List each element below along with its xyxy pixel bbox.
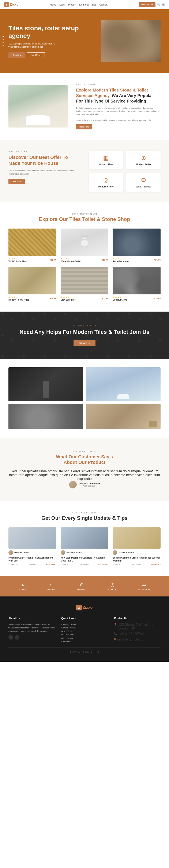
contact-email-text: info@example.com bbox=[117, 638, 146, 641]
blog-card-0[interactable]: David Sh. Warren Practical Guide Testing… bbox=[8, 527, 56, 565]
product-card-0[interactable]: ★★★★★ Wall Colorful Tiles $20.99 bbox=[8, 228, 56, 262]
location-icon: 📍 bbox=[114, 623, 117, 626]
blog-date-0: 27 Feb 2022 bbox=[8, 564, 18, 565]
read-more-button[interactable]: Read More bbox=[27, 52, 45, 58]
footer-quick-links-list: Company History Working Process Why Only… bbox=[61, 623, 108, 643]
blog-post-title-1: How Web Designers Can Help Restaurants M… bbox=[60, 556, 109, 562]
hero-image bbox=[101, 20, 161, 62]
hero-dot-3[interactable] bbox=[3, 42, 4, 43]
search-icon[interactable]: 🔍 bbox=[157, 3, 161, 6]
footer-about-title: About Us bbox=[8, 617, 55, 620]
hero-dot-1[interactable] bbox=[3, 36, 4, 37]
blog-read-0[interactable]: Read More » bbox=[46, 564, 56, 565]
nav-actions: Get A Quote 🔍 ☰ bbox=[139, 2, 165, 7]
hero-content: Tiles stone, toilet setup agency Sed ut … bbox=[8, 24, 101, 58]
blog-card-2[interactable]: David Sh. Warren Solving Common Cross-Pl… bbox=[113, 527, 161, 565]
hero-title: Tiles stone, toilet setup agency bbox=[8, 24, 101, 40]
footer-quick-links-title: Quick Links bbox=[61, 617, 108, 620]
blog-card-1[interactable]: David Sh. Warren How Web Designers Can H… bbox=[60, 527, 109, 565]
blog-comments-1: 1 Comment bbox=[80, 564, 88, 565]
contact-phone-text: +88 0123456789 bbox=[118, 632, 144, 636]
cta-section: Get More Updates Need Any Helps For Mode… bbox=[0, 312, 169, 359]
blog-meta-1: 27 Feb 2022 1 Comment Read More » bbox=[60, 564, 109, 565]
blog-image-0 bbox=[8, 527, 56, 549]
product-card-4[interactable]: ★★★★★ Gray Wall Tiles $33.99 bbox=[60, 267, 109, 301]
author-name: Lester M. Norwood bbox=[79, 482, 100, 485]
twitter-icon[interactable]: t bbox=[15, 635, 19, 640]
product-card-3[interactable]: ★★★★★ Modern Room Toilet $25.99 bbox=[8, 267, 56, 301]
blog-author-1: David Sh. Warren bbox=[67, 552, 82, 554]
product-card-5[interactable]: ★★★★★ Colorful Stone $25.99 bbox=[113, 267, 161, 301]
contact-address: 📍 123 Street, Old Trafford, London UK bbox=[114, 623, 161, 630]
product-card-1[interactable]: ★★★★★ White Modern Toilet $23.99 bbox=[60, 228, 109, 262]
quick-link-5[interactable]: Contact Us bbox=[61, 641, 71, 643]
nav-contact[interactable]: Contact bbox=[99, 3, 108, 6]
product-card-2[interactable]: ★★★★★ Roca Bathrooms $29.99 bbox=[113, 228, 161, 262]
footer-social: f t bbox=[8, 635, 55, 640]
shop-now-button[interactable]: Shop Now bbox=[8, 52, 25, 58]
brand-sumit: ▲ SUMIT bbox=[19, 582, 26, 591]
quote-button[interactable]: Get A Quote bbox=[139, 2, 156, 7]
product-info-2: ★★★★★ Roca Bathrooms $29.99 bbox=[113, 258, 161, 262]
blog-avatar-2 bbox=[113, 550, 117, 555]
logo[interactable]: Z Zixxo bbox=[4, 2, 18, 7]
nav-product[interactable]: Product bbox=[68, 3, 76, 6]
footer-copyright: © 2022 Zixxo. All Rights Reserved. bbox=[70, 651, 99, 653]
menu-icon[interactable]: ☰ bbox=[162, 3, 165, 6]
offer-card-toilet: ⊕ Modern Toilet bbox=[126, 151, 161, 169]
hero-dot-2[interactable] bbox=[3, 39, 4, 40]
products-section: Our Latest Product Explore Our Tiles Toi… bbox=[0, 202, 169, 312]
gallery-item-2 bbox=[8, 404, 83, 429]
blog-author-0: David Sh. Warren bbox=[14, 552, 30, 554]
quick-link-2[interactable]: Why Only Us bbox=[61, 630, 73, 632]
product-name-3: Modern Room Toilet bbox=[8, 299, 29, 301]
nav-elements[interactable]: Elements bbox=[79, 3, 89, 6]
brand-mountain: ⛰ MOUNTAIN bbox=[138, 582, 150, 591]
hero-dot-4[interactable] bbox=[3, 45, 4, 46]
blog-author-row-2: David Sh. Warren bbox=[113, 550, 161, 555]
quick-link-3[interactable]: Meet The Team bbox=[61, 633, 74, 636]
product-image-3 bbox=[8, 267, 56, 294]
offer-card-tiles-title: Modern Tiles bbox=[99, 163, 113, 166]
blog-read-1[interactable]: Read More » bbox=[98, 564, 109, 565]
testimonial-tag: Clients Feedback bbox=[8, 450, 161, 453]
blog-read-2[interactable]: Read More » bbox=[151, 564, 161, 565]
nav-blog[interactable]: Blog bbox=[92, 3, 96, 6]
footer-about-col: About Us Sed ut perspiciatis unde omnis … bbox=[8, 617, 55, 643]
hero-buttons: Shop Now Read More bbox=[8, 52, 101, 58]
product-price-1: $23.99 bbox=[102, 259, 109, 261]
blog-title: Get Our Every Single Update & Tips bbox=[8, 515, 161, 521]
author-info: Lester M. Norwood Web Designer bbox=[79, 482, 100, 487]
sumit-icon: ▲ bbox=[20, 582, 25, 588]
gallery-grid bbox=[8, 367, 161, 429]
product-image-4 bbox=[60, 267, 109, 294]
about-description-2: Nemo enim ipsam voluptatem quia voluptas… bbox=[76, 119, 161, 122]
offer-card-toolkit-title: Work Toolkits bbox=[136, 185, 151, 188]
product-info-1: ★★★★★ White Modern Toilet $23.99 bbox=[60, 258, 109, 262]
footer-contact-title: Contact Us bbox=[114, 617, 161, 620]
bathtub-illustration bbox=[25, 115, 51, 125]
nav-home[interactable]: Home bbox=[50, 3, 56, 6]
blog-date-1: 27 Feb 2022 bbox=[60, 564, 70, 565]
blog-meta-0: 27 Feb 2022 1 Comment Read More » bbox=[8, 564, 56, 565]
product-stars-4: ★★★★★ bbox=[60, 296, 76, 298]
quick-link-0[interactable]: Company History bbox=[61, 623, 76, 625]
products-title: Explore Our Tiles Toilet & Stone Shop bbox=[8, 216, 161, 222]
brand-mountain-name: MOUNTAIN bbox=[138, 588, 150, 591]
brand-globe-name: GLOBE bbox=[47, 588, 55, 591]
blog-post-title-2: Solving Common Cross-Plats Issues Whenas… bbox=[113, 556, 161, 562]
quick-link-4[interactable]: Latest Project bbox=[61, 637, 73, 639]
offer-read-more-button[interactable]: Read More bbox=[8, 179, 25, 184]
cta-join-button[interactable]: Join With Us bbox=[74, 340, 95, 346]
nav-about[interactable]: About bbox=[59, 3, 65, 6]
quick-link-1[interactable]: Working Process bbox=[61, 627, 76, 629]
about-tag: About Company bbox=[76, 84, 161, 86]
facebook-icon[interactable]: f bbox=[8, 635, 13, 640]
about-read-more-button[interactable]: Read More bbox=[76, 124, 92, 129]
product-image-2 bbox=[113, 228, 161, 256]
blog-author-row-1: David Sh. Warren bbox=[60, 550, 109, 555]
logo-icon: Z bbox=[4, 2, 9, 7]
contact-phone: 📞 +88 0123456789 bbox=[114, 632, 161, 636]
blog-comments-2: 1 Comment bbox=[132, 564, 141, 565]
brand-circle-name: CIRCLE bbox=[109, 588, 117, 591]
